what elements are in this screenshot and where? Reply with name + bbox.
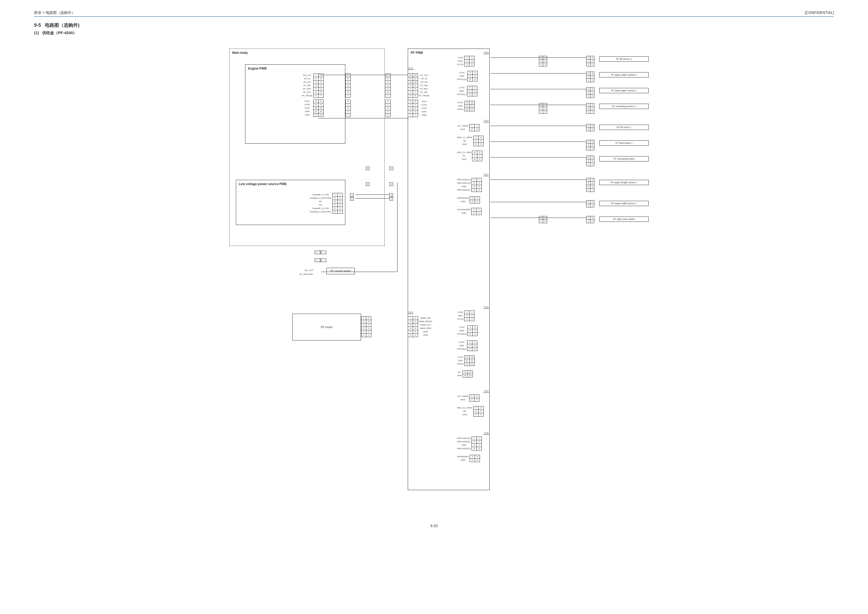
- lv-pins: Cassette_H_LIVE11Cassette_H_NEUTRAL55NC3…: [309, 193, 343, 214]
- yc8-label: YC8: [483, 432, 489, 435]
- sensor-paper-length: PF paper length sensor 1: [599, 180, 649, 185]
- engine-pwb-title: Engine PWB: [245, 65, 345, 73]
- sensor-lift-motor: PF lift motor 1: [599, 125, 649, 130]
- lv-conn-2b: 2: [389, 197, 393, 201]
- yc2-label: YC2: [408, 311, 414, 314]
- lv-conn-2a: 2: [350, 197, 354, 201]
- sensor-right-cover: PF right cover switch: [599, 216, 649, 222]
- sensor-upper-paper: PF upper paper sensor 1: [599, 72, 649, 78]
- yc6-label: YC6: [483, 390, 489, 393]
- sensor-feed-clutch: PF feed clutch 1: [599, 140, 649, 146]
- section-title: 9-5 电路图（选购件): [34, 22, 834, 28]
- h-conn-2b: 2: [320, 258, 326, 262]
- circuit-diagram: Main body Engine PWB EH_CLK11EH_SI22EH_S…: [119, 41, 749, 513]
- yc1-pins: 1212EH_CLK1111EH_SI1010EH_SO99PF_SEL88PF…: [408, 73, 431, 117]
- main-body-title: Main body: [229, 49, 384, 57]
- yc4-label: YC4: [483, 120, 489, 122]
- sensor-paper-width: PF paper width sensor 1: [599, 201, 649, 206]
- heater-block: PF casstte heater: [326, 268, 355, 274]
- h-conn-1b: 1: [320, 251, 326, 254]
- page-header: 附录 > 电路图（选购件） [CONFIDENTIAL]: [34, 11, 834, 17]
- mid-conn-4a: 4: [366, 182, 369, 186]
- pf-pwb-title: PF PWB: [408, 49, 489, 57]
- sensor-lift: PF lift sensor 1: [599, 56, 649, 62]
- ac-neutral-label: AC_NEUTRAL: [287, 273, 313, 275]
- mid-conn-3a: 3: [366, 167, 369, 170]
- yc2-pins: 11MAIN_DIR22MAIN_READY33MAIN_CLK44MAIN_R…: [408, 316, 434, 337]
- yc7-label: YC7: [483, 173, 489, 176]
- subsection-title: (1) 供纸盒（PF-4200）: [34, 30, 834, 36]
- pf-motor-block: PF motor: [292, 314, 361, 340]
- low-voltage-title: Low voltage power source PWB: [236, 180, 345, 188]
- yc1-label: YC1: [408, 67, 414, 70]
- mid-col-left: 123456712345: [386, 73, 391, 117]
- yc5-label: YC5: [483, 306, 489, 309]
- engine-conn-right: 765432154321: [345, 73, 350, 117]
- motor-nums: 665544332211: [361, 316, 371, 337]
- confidential-label: [CONFIDENTIAL]: [805, 11, 834, 15]
- sensor-conveying: PF conveying sensor 1: [599, 104, 649, 109]
- ac-live-label: AC_LIVE: [292, 269, 313, 271]
- lv-conn-1a: 1: [350, 193, 354, 197]
- yc3-label: YC3: [483, 51, 489, 54]
- mid-conn-3b: 3: [389, 167, 393, 170]
- lv-conn-1b: 1: [389, 193, 393, 197]
- mid-conn-4b: 4: [389, 182, 393, 186]
- breadcrumb: 附录 > 电路图（选购件）: [34, 11, 75, 15]
- engine-pwb-block: Engine PWB: [245, 64, 345, 144]
- page-number: 9-20: [34, 524, 834, 528]
- sensor-conveying-clutch: PF conveying clutch: [599, 156, 649, 162]
- sensor-lower-paper: PF lower paper sensor 1: [599, 88, 649, 93]
- engine-pwb-pins: EH_CLK11EH_SI22EH_SO33PF_SEL44PF_RDY55PF…: [301, 73, 324, 117]
